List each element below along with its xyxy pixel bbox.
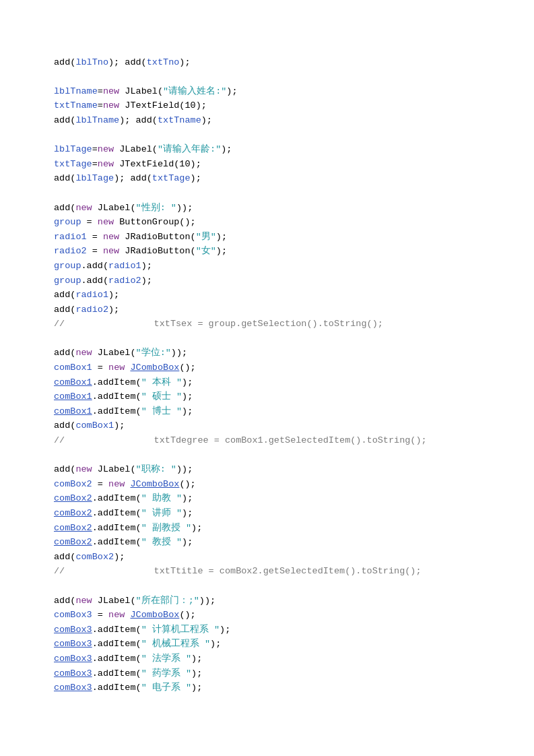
code-token: "所在部门：;" xyxy=(136,596,199,606)
code-token: new xyxy=(108,610,125,620)
code-token: radio1 xyxy=(108,261,141,271)
code-token: new xyxy=(103,232,119,242)
code-token: txtTname xyxy=(158,115,201,125)
code-token: .add( xyxy=(81,276,109,286)
code-token: comBox3 xyxy=(54,639,92,649)
code-line: comBox3 = new JComboBox(); xyxy=(54,608,521,623)
code-token: new xyxy=(108,479,125,489)
code-token: ); xyxy=(182,493,193,503)
code-token: "学位:" xyxy=(136,348,171,358)
code-line: add(comBox1); xyxy=(54,418,521,433)
code-token: .addItem( xyxy=(92,508,141,518)
code-token: JLabel( xyxy=(92,203,136,213)
code-token: = xyxy=(92,363,108,373)
code-token: radio2 xyxy=(54,246,87,256)
code-line: add(lblTage); add(txtTage); xyxy=(54,171,521,186)
code-token: ); xyxy=(182,508,193,518)
code-token: comBox3 xyxy=(54,668,92,679)
code-line xyxy=(54,448,521,463)
code-token: JLabel( xyxy=(92,348,136,358)
code-line: add(new JLabel("职称: ")); xyxy=(54,462,521,477)
code-token: comBox1 xyxy=(54,363,92,373)
code-token: = xyxy=(87,246,103,256)
code-token: JComboBox xyxy=(130,479,179,489)
code-token: lblTage xyxy=(75,173,114,183)
code-token: new xyxy=(103,86,119,96)
code-line: comBox2.addItem(" 讲师 "); xyxy=(54,506,521,521)
code-token: ); xyxy=(141,261,152,271)
code-token: = xyxy=(92,144,98,154)
code-token: ); xyxy=(221,144,232,154)
code-token: new xyxy=(108,363,125,373)
code-token: ); xyxy=(182,406,193,416)
code-line: comBox1.addItem(" 博士 "); xyxy=(54,404,521,419)
code-token: = xyxy=(92,159,98,169)
code-token: " 助教 " xyxy=(141,493,182,503)
code-token: new xyxy=(98,159,114,169)
code-token: radio1 xyxy=(75,290,108,300)
code-token: ); xyxy=(179,57,190,67)
code-token: comBox1 xyxy=(54,391,92,402)
comment-prefix: // xyxy=(54,317,121,332)
code-token: lblTno xyxy=(75,57,108,67)
code-line: comBox3.addItem(" 电子系 "); xyxy=(54,681,521,695)
code-line: comBox2.addItem(" 教授 "); xyxy=(54,535,521,550)
code-line: lblTname=new JLabel("请输入姓名:"); xyxy=(54,84,521,99)
code-line: comBox1 = new JComboBox(); xyxy=(54,360,521,375)
code-token: "男" xyxy=(196,232,216,242)
code-line xyxy=(54,332,521,346)
code-token: comBox1 xyxy=(54,377,92,387)
code-token: comBox2 xyxy=(54,493,92,503)
code-token: " 计算机工程系 " xyxy=(141,625,220,635)
code-line xyxy=(54,186,521,201)
comment-text: txtTdegree = comBox1.getSelectedItem().t… xyxy=(121,435,427,445)
code-token: comBox3 xyxy=(54,625,92,635)
code-token: .addItem( xyxy=(92,537,141,547)
code-token: .addItem( xyxy=(92,523,141,533)
code-line: add(radio2); xyxy=(54,303,521,317)
code-line: add(lblTno); add(txtTno); xyxy=(54,55,521,70)
code-token: .addItem( xyxy=(92,668,141,679)
code-token: ); xyxy=(191,668,202,679)
code-token: comBox1 xyxy=(75,420,114,431)
code-line: comBox1.addItem(" 本科 "); xyxy=(54,375,521,390)
code-token: ); xyxy=(191,173,201,183)
code-token: " 教授 " xyxy=(141,537,182,547)
code-token: = xyxy=(98,86,103,96)
code-token: .addItem( xyxy=(92,406,141,416)
code-token: group xyxy=(54,217,81,227)
code-token: )); xyxy=(171,348,187,358)
code-line: comBox3.addItem(" 法学系 "); xyxy=(54,652,521,666)
code-token: txtTname xyxy=(54,100,98,111)
code-token: new xyxy=(75,464,92,474)
code-token: (); xyxy=(179,610,195,620)
code-token: txtTage xyxy=(54,159,92,169)
code-token: lblTname xyxy=(75,115,119,125)
code-token: .addItem( xyxy=(92,493,141,503)
code-token: JTextField(10); xyxy=(119,100,207,111)
code-line: lblTage=new JLabel("请输入年龄:"); xyxy=(54,142,521,157)
code-token: comBox3 xyxy=(54,610,92,620)
code-token: add( xyxy=(54,596,75,606)
code-token: = xyxy=(92,479,108,489)
code-line: comBox3.addItem(" 计算机工程系 "); xyxy=(54,623,521,637)
code-token: ); xyxy=(108,305,119,315)
code-token: comBox2 xyxy=(54,508,92,518)
code-token: "女" xyxy=(196,246,216,256)
code-line: add(radio1); xyxy=(54,288,521,303)
code-token: lblTname xyxy=(54,86,98,96)
code-token: " 硕士 " xyxy=(141,391,182,402)
code-token: .add( xyxy=(81,261,109,271)
code-token: comBox2 xyxy=(54,537,92,547)
code-token: " 法学系 " xyxy=(141,654,191,664)
code-line: comBox1.addItem(" 硕士 "); xyxy=(54,389,521,404)
code-token: add( xyxy=(54,420,75,431)
code-token: lblTage xyxy=(54,144,92,154)
code-line: // txtTsex = group.getSelection().toStri… xyxy=(54,317,521,332)
code-line: // txtTtitle = comBox2.getSelectedItem()… xyxy=(54,564,521,579)
code-token: "职称: " xyxy=(136,464,176,474)
code-token: .addItem( xyxy=(92,391,141,402)
code-token: new xyxy=(98,144,114,154)
code-token: ); xyxy=(210,639,221,649)
code-token: "性别: " xyxy=(136,203,176,213)
